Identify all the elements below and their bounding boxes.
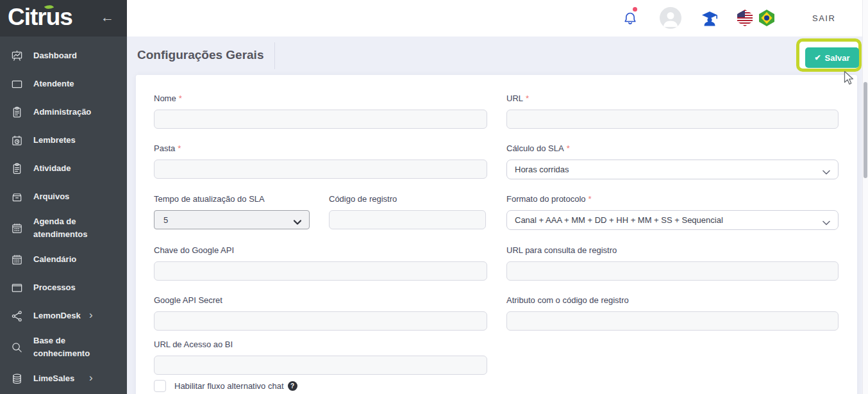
chevron-right-icon: › (89, 372, 93, 384)
save-button-highlight: ✔ Salvar (796, 38, 862, 72)
notification-dot (633, 7, 637, 12)
calendar-icon (11, 254, 23, 266)
selected-value: Canal + AAA + MM + DD + HH + MM + SS + S… (515, 215, 723, 225)
chave-google-api-input[interactable] (154, 261, 487, 281)
formato-protocolo-select[interactable]: Canal + AAA + MM + DD + HH + MM + SS + S… (506, 210, 839, 230)
check-icon: ✔ (814, 53, 821, 62)
share-nodes-icon (11, 310, 23, 322)
required-marker: * (179, 94, 182, 103)
notification-bell-icon[interactable] (622, 10, 638, 27)
sidebar-nav: Dashboard Atendente Administração Lembre… (0, 37, 127, 393)
page-header: Configurações Gerais ✔ Salvar (127, 37, 868, 75)
field-label: Chave do Google API (154, 245, 487, 255)
flag-us-icon[interactable] (737, 10, 753, 26)
required-marker: * (567, 144, 570, 153)
field-label: URL de Acesso ao BI (154, 340, 487, 349)
sidebar-collapse-button[interactable]: ← (101, 10, 114, 25)
sidebar-item-agenda-de-atendimentos[interactable]: Agenda de atendimentos (0, 211, 127, 245)
chevron-down-icon (822, 218, 830, 223)
sidebar-item-atendente[interactable]: Atendente (0, 70, 127, 98)
sidebar-item-lemondesk[interactable]: LemonDesk › (0, 302, 127, 330)
calendar-clock-icon (11, 135, 23, 147)
field-label: URL para consulta de registro (506, 245, 839, 255)
sidebar-item-label: Dashboard (33, 49, 112, 62)
dashboard-icon (11, 50, 23, 62)
logout-button[interactable]: SAIR (812, 13, 835, 23)
flag-us-canton (737, 11, 745, 17)
field-label: Google API Secret (154, 295, 487, 305)
url-input[interactable] (506, 110, 839, 129)
user-avatar[interactable] (660, 7, 681, 29)
sidebar: Citrus ← Dashboard Atendente Administraç… (0, 0, 127, 394)
field-label: Código de registro (329, 194, 486, 204)
field-label: Pasta* (154, 144, 487, 153)
habilitar-fluxo-checkbox[interactable] (154, 380, 166, 392)
field-label: Atributo com o código de registro (506, 295, 839, 305)
sidebar-item-calendario[interactable]: Calendário (0, 245, 127, 274)
clipboard-icon (11, 106, 23, 119)
search-icon (11, 341, 23, 354)
sidebar-item-administracao[interactable]: Administração (0, 98, 127, 126)
sidebar-item-label: Lembretes (33, 134, 112, 147)
academy-icon[interactable] (701, 11, 718, 26)
flag-br-icon[interactable] (759, 10, 774, 26)
clipboard-icon (11, 163, 23, 175)
header-divider (274, 42, 275, 69)
field-pasta: Pasta* (154, 144, 487, 179)
required-marker: * (178, 144, 181, 153)
sidebar-item-lembretes[interactable]: Lembretes (0, 126, 127, 154)
chevron-right-icon: › (89, 309, 93, 322)
sidebar-item-label: LemonDesk (33, 309, 112, 322)
sidebar-item-dashboard[interactable]: Dashboard (0, 42, 127, 70)
page-title: Configurações Gerais (137, 48, 263, 62)
sidebar-item-label: Atendente (33, 78, 112, 90)
chevron-down-icon (294, 217, 301, 222)
logo-area: Citrus ← (0, 0, 127, 37)
url-consulta-registro-input[interactable] (506, 261, 839, 281)
settings-form-card: Nome* URL* Pasta* Cálculo do SLA* Horas … (136, 75, 857, 394)
sidebar-item-arquivos[interactable]: Arquivos (0, 183, 127, 211)
field-chave-google-api: Chave do Google API (154, 245, 487, 281)
required-marker: * (588, 194, 592, 204)
help-icon[interactable]: ? (288, 381, 297, 391)
nome-input[interactable] (154, 110, 487, 129)
url-acesso-bi-input[interactable] (154, 356, 487, 375)
field-label: Nome* (154, 94, 487, 103)
required-marker: * (526, 94, 529, 103)
field-url: URL* (506, 94, 839, 129)
field-formato-protocolo: Formato do protocolo* Canal + AAA + MM +… (506, 194, 839, 230)
field-habilitar-fluxo-alternativo-chat: Habilitar fluxo alternativo chat ? (154, 380, 297, 392)
sidebar-item-base-de-conhecimento[interactable]: Base de conhecimento (0, 330, 127, 365)
sidebar-item-label: Processos (33, 281, 112, 294)
tempo-atualizacao-sla-select[interactable]: 5 (154, 210, 310, 229)
flag-br-globe (764, 15, 769, 21)
field-label: Cálculo do SLA* (506, 144, 839, 153)
codigo-registro-input[interactable] (329, 210, 486, 229)
calendar-icon (11, 222, 23, 234)
coins-icon (11, 373, 23, 385)
field-label: URL* (506, 94, 839, 103)
selected-value: 5 (163, 215, 168, 225)
sidebar-item-label: Administração (33, 106, 112, 119)
google-api-secret-input[interactable] (154, 311, 487, 331)
sidebar-item-atividade[interactable]: Atividade (0, 154, 127, 183)
checkbox-label: Habilitar fluxo alternativo chat ? (174, 381, 297, 391)
atributo-codigo-registro-input[interactable] (506, 311, 839, 331)
save-button[interactable]: ✔ Salvar (805, 47, 859, 68)
sidebar-item-processos[interactable]: Processos (0, 274, 127, 302)
monitor-icon (11, 78, 23, 90)
archive-icon (11, 191, 23, 203)
field-url-acesso-bi: URL de Acesso ao BI (154, 340, 487, 375)
calculo-sla-select[interactable]: Horas corridas (506, 160, 839, 179)
field-label: Tempo de atualização do SLA (154, 194, 310, 204)
sidebar-item-label: Base de conhecimento (33, 334, 112, 360)
scrollbar-track[interactable] (862, 0, 868, 394)
sidebar-item-label: Calendário (33, 253, 112, 266)
field-google-api-secret: Google API Secret (154, 295, 487, 331)
sidebar-item-limesales[interactable]: LimeSales › (0, 365, 127, 393)
scrollbar-thumb[interactable] (864, 82, 867, 178)
field-nome: Nome* (154, 94, 487, 129)
pasta-input[interactable] (154, 160, 487, 179)
field-url-consulta-registro: URL para consulta de registro (506, 245, 839, 281)
field-calculo-sla: Cálculo do SLA* Horas corridas (506, 144, 839, 179)
